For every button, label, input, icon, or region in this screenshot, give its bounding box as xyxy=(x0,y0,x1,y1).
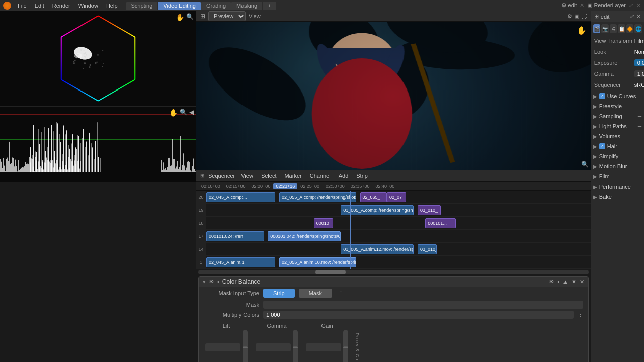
scope-controls: ✋ 🔍 xyxy=(176,13,194,21)
simplify-header[interactable]: ▶ Simplify xyxy=(591,151,644,161)
use-curves-cb[interactable] xyxy=(599,93,605,99)
bake-header[interactable]: ▶ Bake xyxy=(591,192,644,202)
track-label-18: 18 xyxy=(196,217,206,229)
lift-value-box[interactable] xyxy=(205,343,240,351)
menu-edit[interactable]: Edit xyxy=(31,2,48,10)
strip-btn[interactable]: Strip xyxy=(263,289,295,298)
clip-03010-a[interactable]: 03_010_A xyxy=(418,244,437,254)
right-close-icon[interactable]: ✕ xyxy=(636,13,641,20)
seq-menu-view[interactable]: View xyxy=(239,173,255,179)
cb-close-icon[interactable]: ✕ xyxy=(580,279,584,285)
gain-slider[interactable] xyxy=(343,330,348,362)
clip-02055-anim[interactable]: 02_055_A.anim.10.mov: /render/sprin xyxy=(279,257,356,267)
mask-type-btn[interactable]: Mask xyxy=(299,289,332,298)
output-icon[interactable]: 🖨 xyxy=(610,24,617,33)
cb-collapse-icon[interactable]: ▾ xyxy=(203,279,206,285)
volumes-header[interactable]: ▶ Volumes xyxy=(591,131,644,141)
ws-scripting[interactable]: Scripting xyxy=(126,2,158,10)
seq-scrollbar[interactable] xyxy=(198,270,589,274)
preview-right-controls: ⚙ ▣ ⛶ xyxy=(567,13,587,20)
gamma-slider[interactable] xyxy=(293,330,298,362)
lift-slider[interactable] xyxy=(243,330,248,362)
world-icon[interactable]: 🌐 xyxy=(634,24,642,33)
hair-header[interactable]: ▶ Hair xyxy=(591,141,644,151)
right-expand-icon[interactable]: ⤢ xyxy=(630,13,634,20)
performance-header[interactable]: ▶ Performance xyxy=(591,182,644,192)
cb-settings-icon[interactable]: ⋮ xyxy=(338,290,344,297)
wave-hand-icon[interactable]: ✋ xyxy=(169,109,178,117)
clip-0207[interactable]: 02_07 xyxy=(387,192,406,202)
ws-add[interactable]: + xyxy=(263,2,276,10)
ws-grading[interactable]: Grading xyxy=(201,2,231,10)
bake-label: Bake xyxy=(599,194,612,200)
menu-window[interactable]: Window xyxy=(75,2,102,10)
seq-menu-strip[interactable]: Strip xyxy=(354,173,370,179)
compositor-icon[interactable]: 🔶 xyxy=(626,24,634,33)
seq-menu-channel[interactable]: Channel xyxy=(308,173,333,179)
exposure-value[interactable]: 0.000 xyxy=(634,59,644,66)
zoom-icon[interactable]: 🔍 xyxy=(186,13,194,21)
gamma-value-box[interactable] xyxy=(256,343,291,351)
clip-02045[interactable]: 02_045_A.comp:... xyxy=(206,192,275,202)
view-layer-icon[interactable]: 📋 xyxy=(618,24,625,33)
clip-02065[interactable]: 02_065_ xyxy=(360,192,387,202)
ws-video-editing[interactable]: Video Editing xyxy=(158,2,201,10)
track-row-1: 1 02_045_A.anim.1 02_055_A.anim.10.mov: … xyxy=(196,256,591,269)
cb-down-icon[interactable]: ▼ xyxy=(571,279,577,285)
preview-render-icon[interactable]: ▣ xyxy=(574,13,579,20)
multiply-colors-row: Multiply Colors 1.000 ⋮ xyxy=(199,310,588,320)
clip-03005-anim[interactable]: 03_005_A.anim.12.mov: /render/spring/s xyxy=(341,244,414,254)
preview-settings-icon[interactable]: ⚙ xyxy=(567,13,572,20)
look-row: Look None xyxy=(591,46,644,57)
menu-file[interactable]: File xyxy=(14,2,30,10)
cb-eye-icon[interactable]: 👁 xyxy=(209,279,214,285)
sampling-header[interactable]: ▶ Sampling ☰ xyxy=(591,111,644,121)
motion-blur-header[interactable]: ▶ Motion Blur xyxy=(591,161,644,171)
menu-render[interactable]: Render xyxy=(49,2,74,10)
use-curves-header[interactable]: ▶ Use Curves xyxy=(591,91,644,101)
scene-icon[interactable]: 🎬 xyxy=(593,24,601,33)
cb-bullet[interactable]: • xyxy=(557,279,559,285)
cb-header: ▾ 👁 • Color Balance 👁 • ▲ ▼ ✕ xyxy=(199,277,588,287)
wave-expand-icon[interactable]: ◀ xyxy=(189,109,194,117)
gamma-prop-value[interactable]: 1.000 xyxy=(634,70,644,77)
film-header[interactable]: ▶ Film xyxy=(591,171,644,182)
clip-000101-042[interactable]: 000101.042: /render/spring/shots/02- xyxy=(268,231,341,241)
cb-eye-right[interactable]: 👁 xyxy=(549,279,554,285)
multiply-value[interactable]: 1.000 xyxy=(263,311,574,319)
render-icon[interactable]: 📷 xyxy=(601,24,609,33)
menu-help[interactable]: Help xyxy=(103,2,121,10)
seq-title-label: Sequencer xyxy=(208,173,235,179)
multiply-settings[interactable]: ⋮ xyxy=(578,312,583,318)
clip-00010[interactable]: 00010 xyxy=(314,218,333,228)
use-curves-checkbox[interactable] xyxy=(599,93,605,99)
wave-zoom-icon[interactable]: 🔍 xyxy=(180,109,187,117)
gain-group: Gain ↔ Invert xyxy=(304,323,350,362)
performance-label: Performance xyxy=(599,184,631,190)
seq-menu-add[interactable]: Add xyxy=(337,173,351,179)
simplify-label: Simplify xyxy=(599,153,619,159)
clip-000101-024[interactable]: 000101.024: /ren xyxy=(206,231,264,241)
sequencer-prop-label: Sequencer xyxy=(594,82,634,88)
hand-icon[interactable]: ✋ xyxy=(176,13,184,21)
cb-up-icon[interactable]: ▲ xyxy=(562,279,568,285)
freestyle-header[interactable]: ▶ Freestyle xyxy=(591,101,644,111)
seq-menu-select[interactable]: Select xyxy=(259,173,279,179)
clip-03005[interactable]: 03_005_A.comp: /render/spring/shots/03 xyxy=(341,205,414,215)
track-content-17: 000101.024: /ren 000101.042: /render/spr… xyxy=(206,230,591,242)
seq-menu-marker[interactable]: Marker xyxy=(282,173,303,179)
light-paths-header[interactable]: ▶ Light Paths ☰ xyxy=(591,121,644,131)
clip-000101[interactable]: 000101... xyxy=(425,218,456,228)
seq-scrollbar-thumb[interactable] xyxy=(315,270,346,274)
hair-cb[interactable] xyxy=(599,143,605,149)
ws-masking[interactable]: Masking xyxy=(231,2,262,10)
clip-02055[interactable]: 02_055_A.comp: /render/spring/shots/ xyxy=(279,192,356,202)
clip-03010[interactable]: 03_010_ xyxy=(418,205,441,215)
gain-value-box[interactable] xyxy=(306,343,341,351)
preview-fullscreen-icon[interactable]: ⛶ xyxy=(581,13,587,20)
preview-mode-select[interactable]: Preview xyxy=(208,11,246,21)
light-paths-label: Light Paths xyxy=(599,123,627,129)
mask-value-field[interactable] xyxy=(263,301,583,309)
clip-02045-anim[interactable]: 02_045_A.anim.1 xyxy=(206,257,275,267)
hair-checkbox[interactable] xyxy=(599,143,605,149)
